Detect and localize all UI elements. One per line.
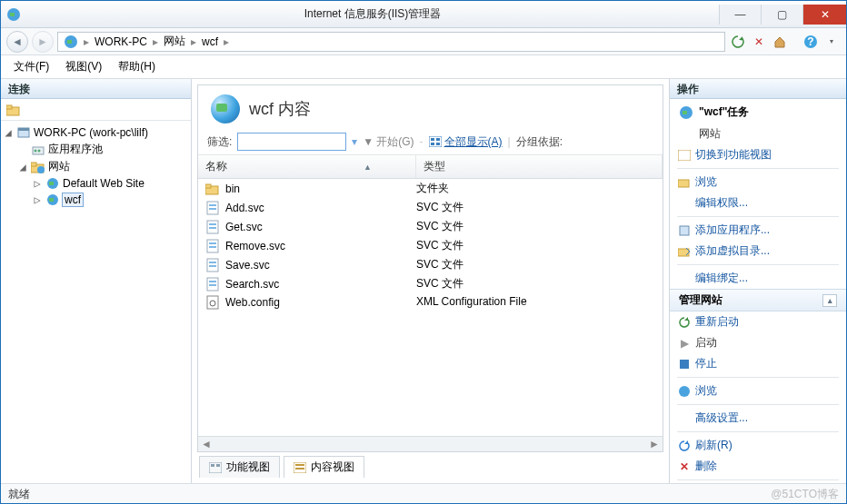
connections-toolbar <box>1 99 191 121</box>
restart-icon <box>677 315 692 330</box>
action-start[interactable]: ▶启动 <box>670 332 846 353</box>
svg-rect-9 <box>18 128 29 131</box>
status-text: 就绪 <box>8 488 30 500</box>
action-browse2[interactable]: 浏览 <box>670 380 846 401</box>
svg-rect-34 <box>209 242 216 244</box>
expand-icon[interactable]: ▷ <box>32 177 43 190</box>
file-name: bin <box>225 183 240 195</box>
content-list[interactable]: 名称▲ 类型 bin文件夹Add.svcSVC 文件Get.svcSVC 文件R… <box>198 155 663 436</box>
action-stop[interactable]: 停止 <box>670 353 846 374</box>
svg-rect-7 <box>6 105 12 109</box>
breadcrumb-root-icon[interactable] <box>62 35 80 49</box>
list-header[interactable]: 名称▲ 类型 <box>198 155 663 179</box>
filter-go[interactable]: ▼ 开始(G) <box>363 134 414 150</box>
list-item[interactable]: Remove.svcSVC 文件 <box>198 236 663 255</box>
list-item[interactable]: Get.svcSVC 文件 <box>198 217 663 236</box>
action-refresh[interactable]: 刷新(R) <box>670 435 846 456</box>
dropdown-icon[interactable]: ▾ <box>352 135 357 148</box>
action-add-vdir[interactable]: 添加虚拟目录... <box>670 241 846 262</box>
breadcrumb-wcf[interactable]: wcf <box>200 35 220 48</box>
svg-rect-23 <box>431 143 434 145</box>
refresh-icon <box>677 439 692 453</box>
content-view-tab[interactable]: 内容视图 <box>284 456 364 478</box>
svg-rect-41 <box>209 284 216 286</box>
connections-tree[interactable]: ◢ WORK-PC (work-pc\lilf) 应用程序池 ◢ 网站 ▷ <box>1 121 191 483</box>
expand-icon[interactable]: ▷ <box>32 193 43 206</box>
filter-label: 筛选: <box>207 134 232 150</box>
svg-point-11 <box>35 149 37 152</box>
horizontal-scrollbar[interactable]: ◄► <box>198 436 663 451</box>
nav-toolbar: ✕ ? ▾ <box>729 33 841 51</box>
site-label: 网站 <box>670 124 846 144</box>
features-view-tab[interactable]: 功能视图 <box>199 456 280 478</box>
stop-icon[interactable]: ✕ <box>750 33 768 51</box>
breadcrumb-server[interactable]: WORK-PC <box>93 35 149 48</box>
tree-wcf-site[interactable]: ▷ wcf <box>3 192 189 208</box>
home-icon[interactable] <box>771 33 789 51</box>
sort-asc-icon: ▲ <box>364 163 408 172</box>
collapse-icon[interactable]: ◢ <box>17 161 28 173</box>
close-button[interactable]: ✕ <box>802 5 846 25</box>
menu-help[interactable]: 帮助(H) <box>111 56 163 77</box>
file-type: SVC 文件 <box>416 257 663 272</box>
col-header-name[interactable]: 名称▲ <box>198 155 416 178</box>
action-add-app[interactable]: 添加应用程序... <box>670 220 846 241</box>
tree-sites[interactable]: ◢ 网站 <box>3 158 189 175</box>
connections-header: 连接 <box>1 79 191 99</box>
action-edit-permissions[interactable]: 编辑权限... <box>670 193 846 213</box>
back-button[interactable]: ◄ <box>6 31 28 53</box>
file-name: Get.svc <box>225 221 263 233</box>
action-switch-view[interactable]: 切换到功能视图 <box>670 144 846 165</box>
app-pools-icon <box>31 143 45 157</box>
filter-input[interactable] <box>237 133 346 151</box>
forward-button[interactable]: ► <box>32 31 54 53</box>
svg-rect-53 <box>678 180 689 187</box>
list-item[interactable]: bin文件夹 <box>198 179 663 198</box>
dropdown-icon[interactable]: ▾ <box>822 33 841 51</box>
collapse-icon[interactable]: ◢ <box>3 126 14 139</box>
content-title: wcf 内容 <box>249 98 311 120</box>
menu-view[interactable]: 视图(V) <box>58 56 109 77</box>
list-item[interactable]: Add.svcSVC 文件 <box>198 198 663 217</box>
file-name: Web.config <box>225 296 280 309</box>
chevron-right-icon: ▸ <box>84 35 89 48</box>
tree-default-site[interactable]: ▷ Default Web Site <box>3 175 189 192</box>
svg-rect-40 <box>209 281 216 282</box>
breadcrumb-sites[interactable]: 网站 <box>162 34 187 49</box>
svc-icon <box>205 258 220 272</box>
globe-icon <box>45 176 60 191</box>
tree-server[interactable]: ◢ WORK-PC (work-pc\lilf) <box>3 124 189 141</box>
help-icon[interactable]: ? <box>802 33 820 51</box>
separator <box>677 479 839 480</box>
col-header-type[interactable]: 类型 <box>416 155 663 178</box>
maximize-button[interactable]: ▢ <box>761 5 802 25</box>
separator <box>677 404 839 405</box>
body: 连接 ◢ WORK-PC (work-pc\lilf) 应用程序池 ◢ <box>1 79 846 483</box>
action-restart[interactable]: 重新启动 <box>670 311 846 332</box>
menu-file[interactable]: 文件(F) <box>6 56 56 77</box>
connect-icon[interactable] <box>6 104 21 116</box>
group-by-label: 分组依据: <box>516 134 563 150</box>
switch-view-icon <box>677 148 692 163</box>
separator <box>677 168 839 169</box>
connections-pane: 连接 ◢ WORK-PC (work-pc\lilf) 应用程序池 ◢ <box>1 79 192 483</box>
minimize-button[interactable]: — <box>719 5 761 25</box>
breadcrumb[interactable]: ▸ WORK-PC ▸ 网站 ▸ wcf ▸ <box>57 32 725 52</box>
content-title-row: wcf 内容 <box>198 85 663 129</box>
tree-server-label: WORK-PC (work-pc\lilf) <box>34 126 148 139</box>
list-item[interactable]: Save.svcSVC 文件 <box>198 255 663 274</box>
action-browse[interactable]: 浏览 <box>670 172 846 193</box>
collapse-icon[interactable]: ▴ <box>822 294 837 307</box>
list-item[interactable]: Search.svcSVC 文件 <box>198 274 663 293</box>
action-delete[interactable]: ✕删除 <box>670 456 846 477</box>
separator <box>792 33 799 51</box>
manage-site-section: 管理网站▴ <box>670 289 846 311</box>
action-edit-bindings[interactable]: 编辑绑定... <box>670 268 846 289</box>
list-item[interactable]: Web.configXML Configuration File <box>198 293 663 311</box>
show-all-link[interactable]: 全部显示(A) <box>429 134 503 150</box>
refresh-icon[interactable] <box>729 33 747 51</box>
separator <box>677 377 839 378</box>
tree-app-pools[interactable]: 应用程序池 <box>3 141 189 158</box>
action-advanced[interactable]: 高级设置... <box>670 408 846 429</box>
svg-rect-45 <box>211 464 214 467</box>
